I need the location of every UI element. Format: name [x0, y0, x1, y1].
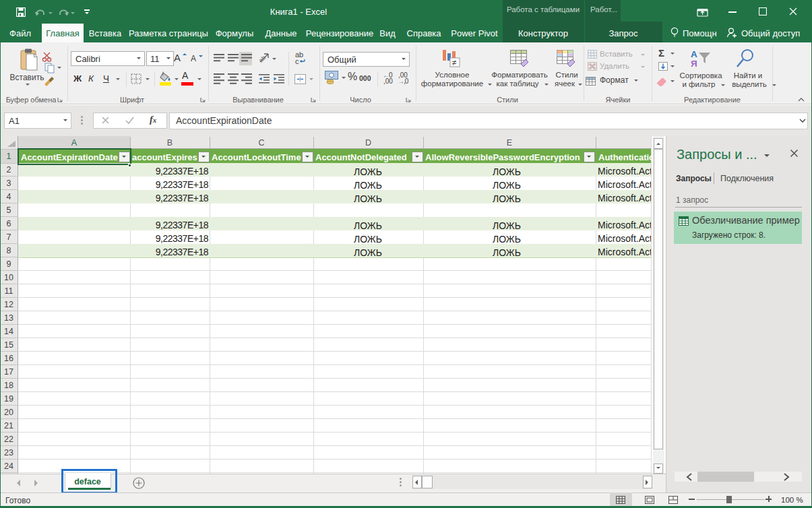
svg-text:А: А	[691, 49, 697, 59]
svg-text:c: c	[295, 57, 299, 65]
svg-text:ab: ab	[259, 55, 267, 64]
svg-text:≠: ≠	[452, 58, 457, 67]
svg-text:Я: Я	[691, 59, 697, 69]
